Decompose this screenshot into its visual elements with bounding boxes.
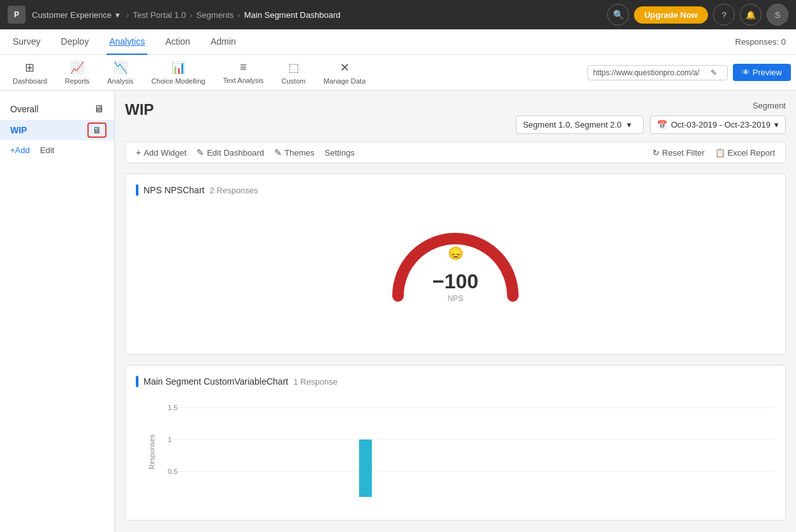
sidebar-wip-item[interactable]: WIP 🖥: [0, 120, 114, 140]
svg-text:0.5: 0.5: [168, 468, 177, 475]
subnav-text-analysis-label: Text Analysis: [223, 77, 264, 84]
segment-selector[interactable]: Segment 1.0, Segment 2.0 ▾: [516, 115, 644, 134]
preview-button[interactable]: 👁 Preview: [733, 64, 791, 81]
subnav-reports[interactable]: 📈 Reports: [57, 58, 98, 87]
date-range-value: Oct-03-2019 - Oct-23-2019: [671, 120, 770, 129]
add-dashboard-button[interactable]: +Add: [10, 145, 30, 155]
reset-filter-icon: ↻: [652, 148, 660, 158]
y-axis-label: Responses: [148, 434, 156, 469]
user-menu-button[interactable]: S: [767, 4, 788, 26]
nps-gauge-container: 😞 −100 NPS: [136, 203, 775, 344]
subnav-manage-data[interactable]: ✕ Manage Data: [316, 58, 373, 87]
dashboard-header: WIP Segment Segment 1.0, Segment 2.0 ▾ 📅…: [125, 101, 786, 134]
sidebar-wip-label: WIP: [0, 120, 37, 140]
nps-gauge: 😞 −100 NPS: [385, 226, 526, 321]
edit-dashboard-label: Edit Dashboard: [207, 148, 264, 158]
analysis-icon: 📉: [114, 61, 128, 75]
breadcrumb: › Test Portal 1.0 › Segments › Main Segm…: [126, 10, 341, 20]
dropdown-icon: ▾: [115, 10, 120, 20]
svg-rect-9: [359, 440, 372, 497]
settings-label: Settings: [325, 148, 355, 158]
subnav-dashboard[interactable]: ⊞ Dashboard: [5, 58, 55, 87]
bar-chart: Responses 1.5 1 0.5: [136, 395, 775, 510]
add-widget-button[interactable]: + Add Widget: [136, 147, 186, 158]
dashboard-title: WIP: [125, 101, 154, 119]
reset-filter-button[interactable]: ↻ Reset Filter: [652, 148, 704, 158]
segment-date-row: Segment 1.0, Segment 2.0 ▾ 📅 Oct-03-2019…: [516, 115, 786, 134]
excel-report-button[interactable]: 📋 Excel Report: [715, 148, 775, 158]
help-button[interactable]: ?: [713, 4, 735, 26]
edit-dashboard-sidebar-button[interactable]: Edit: [40, 145, 54, 155]
subnav-custom[interactable]: ⬚ Custom: [274, 58, 313, 87]
subnav-custom-label: Custom: [281, 77, 306, 85]
subnav-text-analysis[interactable]: ≡ Text Analysis: [216, 58, 272, 87]
segment-dropdown-icon: ▾: [627, 120, 631, 129]
portal-selector[interactable]: Customer Experience ▾: [32, 10, 120, 20]
upgrade-button[interactable]: Upgrade Now: [634, 6, 708, 24]
edit-url-icon[interactable]: ✎: [711, 68, 717, 77]
top-bar: P Customer Experience ▾ › Test Portal 1.…: [0, 0, 796, 29]
nav-analytics[interactable]: Analytics: [107, 29, 147, 55]
app-logo: P: [8, 6, 26, 24]
date-dropdown-icon: ▾: [774, 120, 779, 129]
date-range-picker[interactable]: 📅 Oct-03-2019 - Oct-23-2019 ▾: [650, 115, 786, 134]
monitor-icon-overall: 🖥: [94, 103, 104, 115]
subnav-analysis[interactable]: 📉 Analysis: [100, 58, 141, 87]
breadcrumb-segments[interactable]: Segments: [196, 10, 234, 20]
edit-dashboard-button[interactable]: ✎ Edit Dashboard: [196, 147, 264, 158]
portal-name: Customer Experience: [32, 10, 112, 20]
edit-dashboard-icon: ✎: [196, 147, 204, 158]
toolbar-right: ↻ Reset Filter 📋 Excel Report: [652, 148, 775, 158]
nav-deploy[interactable]: Deploy: [59, 29, 92, 55]
subnav-analysis-label: Analysis: [107, 77, 133, 85]
notifications-button[interactable]: 🔔: [740, 4, 762, 26]
nps-widget: NPS NPSChart 2 Responses 😞 −100: [125, 174, 786, 355]
manage-data-icon: ✕: [340, 61, 350, 75]
text-analysis-icon: ≡: [240, 61, 247, 74]
calendar-icon: 📅: [657, 120, 667, 129]
svg-text:NPS: NPS: [448, 294, 464, 303]
custom-variable-title: Main Segment CustomVariableChart: [144, 376, 288, 387]
choice-modelling-icon: 📊: [172, 61, 186, 75]
segment-value: Segment 1.0, Segment 2.0: [523, 120, 622, 129]
bar-chart-svg: 1.5 1 0.5: [168, 395, 775, 510]
url-bar[interactable]: ✎: [587, 65, 728, 80]
excel-report-label: Excel Report: [728, 148, 775, 158]
custom-variable-subtitle: 1 Response: [293, 377, 337, 387]
add-widget-icon: +: [136, 147, 141, 158]
sub-nav: ⊞ Dashboard 📈 Reports 📉 Analysis 📊 Choic…: [0, 55, 796, 91]
reset-filter-label: Reset Filter: [662, 148, 704, 158]
nps-widget-title-row: NPS NPSChart 2 Responses: [136, 184, 775, 196]
sidebar: Overall 🖥 WIP 🖥 +Add Edit: [0, 91, 115, 532]
sub-nav-right: ✎ 👁 Preview: [587, 64, 791, 81]
nps-widget-title: NPS NPSChart: [144, 185, 205, 195]
add-widget-label: Add Widget: [144, 148, 186, 158]
nav-survey[interactable]: Survey: [10, 29, 43, 55]
responses-count: Responses: 0: [735, 37, 786, 47]
nav-admin[interactable]: Admin: [208, 29, 239, 55]
breadcrumb-portal[interactable]: Test Portal 1.0: [133, 10, 186, 20]
dashboard-toolbar: + Add Widget ✎ Edit Dashboard ✎ Themes S…: [125, 142, 786, 163]
svg-text:😞: 😞: [448, 246, 464, 261]
themes-button[interactable]: ✎ Themes: [274, 147, 314, 158]
nav-action[interactable]: Action: [163, 29, 193, 55]
subnav-choice-modelling[interactable]: 📊 Choice Modelling: [144, 58, 212, 87]
main-nav: Survey Deploy Analytics Action Admin Res…: [0, 29, 796, 55]
custom-icon: ⬚: [288, 61, 299, 75]
themes-label: Themes: [284, 148, 314, 158]
sidebar-actions: +Add Edit: [0, 140, 114, 160]
reports-icon: 📈: [70, 61, 84, 75]
excel-icon: 📋: [715, 148, 725, 158]
chart-area: 1.5 1 0.5: [168, 395, 775, 510]
settings-button[interactable]: Settings: [325, 148, 355, 158]
top-bar-right: 🔍 Upgrade Now ? 🔔 S: [607, 4, 788, 26]
url-input[interactable]: [593, 68, 708, 77]
breadcrumb-current: Main Segment Dashboard: [244, 10, 341, 20]
sidebar-overall: Overall 🖥: [0, 98, 114, 120]
search-button[interactable]: 🔍: [607, 4, 629, 26]
subnav-manage-data-label: Manage Data: [323, 77, 365, 85]
layout: Overall 🖥 WIP 🖥 +Add Edit WIP Segment Se…: [0, 91, 796, 532]
segment-label: Segment: [753, 101, 786, 110]
custom-variable-title-row: Main Segment CustomVariableChart 1 Respo…: [136, 376, 775, 387]
segment-section: Segment Segment 1.0, Segment 2.0 ▾ 📅 Oct…: [516, 101, 786, 134]
